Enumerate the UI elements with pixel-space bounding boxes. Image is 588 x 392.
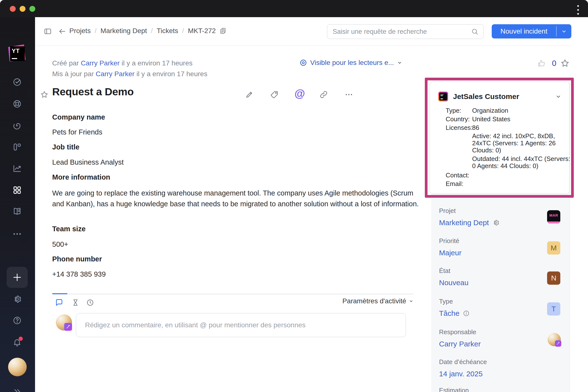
breadcrumb-projects[interactable]: Projets (69, 27, 91, 35)
new-incident-dropdown[interactable] (557, 24, 572, 38)
visibility-label: Visible pour les lecteurs e... (310, 59, 394, 67)
activity-settings-chevron-icon (409, 299, 414, 304)
project-avatar[interactable]: MAR (547, 210, 560, 224)
visibility-eye-icon (300, 59, 307, 67)
created-by-line: Créé par Carry Parker il y a environ 17 … (52, 59, 192, 67)
back-arrow-icon[interactable] (58, 27, 66, 36)
highlight-annotation: JetSales Customer Type:Organization Coun… (425, 78, 574, 198)
favorite-star-icon[interactable] (560, 58, 570, 68)
breadcrumb-tickets[interactable]: Tickets (157, 27, 178, 35)
updated-user-link[interactable]: Carry Parker (96, 70, 134, 78)
search-icon[interactable] (471, 28, 484, 35)
assignee-label: Responsable (439, 328, 542, 336)
customer-widget-collapse-icon[interactable] (555, 93, 562, 100)
customer-licenses-label: Licenses: (446, 124, 472, 132)
field-label: Phone number (52, 255, 102, 263)
due-date-label: Date d’échéance (439, 358, 542, 366)
assignee-app-badge-icon (555, 340, 561, 347)
estimation-field: Estimation (439, 386, 542, 392)
youtrack-logo[interactable]: YT (7, 43, 28, 64)
type-info-icon[interactable] (463, 310, 470, 317)
app-header: Projets / Marketing Dept / Tickets / MKT… (35, 17, 588, 46)
apps-icon[interactable] (12, 186, 22, 195)
helpdesk-icon[interactable] (12, 99, 22, 108)
youtrack-window: YT (0, 0, 588, 392)
create-button[interactable] (6, 267, 28, 288)
project-value[interactable]: Marketing Dept (439, 218, 489, 227)
priority-value[interactable]: Majeur (439, 249, 462, 257)
created-user-link[interactable]: Carry Parker (81, 59, 120, 67)
expand-sidebar-icon[interactable] (12, 387, 22, 392)
customer-licenses-value: 86 (472, 124, 479, 132)
customer-type-value: Organization (472, 106, 508, 115)
field-value: Pets for Friends (52, 128, 102, 136)
more-actions-icon[interactable] (344, 90, 353, 99)
agile-boards-icon[interactable] (12, 142, 22, 152)
tag-icon[interactable] (270, 90, 279, 99)
copy-id-icon[interactable] (219, 27, 226, 34)
customer-widget-title: JetSales Customer (453, 92, 519, 101)
title-star-icon[interactable] (40, 90, 49, 99)
ai-assistant-icon[interactable]: @ (294, 88, 305, 99)
customer-contact-label: Contact: (446, 171, 472, 180)
more-icon[interactable] (12, 229, 22, 239)
search-bar (327, 24, 484, 39)
jetbrains-logo-icon (438, 92, 448, 102)
issues-icon[interactable] (12, 78, 22, 87)
breadcrumb-marketing-dept[interactable]: Marketing Dept (100, 27, 147, 35)
issue-title: Request a Demo (52, 86, 134, 98)
help-icon[interactable] (12, 316, 22, 325)
project-field: Projet Marketing Dept (439, 207, 542, 227)
field-label: More information (52, 173, 110, 181)
state-field: État Nouveau (439, 267, 542, 287)
notifications-bell-icon[interactable] (12, 338, 22, 347)
comment-box (76, 313, 406, 337)
type-label: Type (439, 298, 542, 305)
nav-sidebar: YT (0, 17, 35, 392)
like-button[interactable] (537, 59, 546, 68)
due-date-value[interactable]: 14 janv. 2025 (439, 370, 483, 378)
zoom-window-button[interactable] (30, 6, 35, 12)
toggle-panel-icon[interactable] (44, 27, 52, 36)
field-value: 500+ (52, 240, 68, 248)
activity-spiral-icon[interactable] (12, 121, 22, 130)
field-value: Lead Business Analyst (52, 158, 124, 166)
settings-gear-icon[interactable] (12, 294, 22, 304)
likes-count: 0 (552, 59, 556, 68)
type-badge[interactable]: T (547, 302, 560, 316)
customer-details: Type:Organization Country:United States … (446, 106, 571, 188)
link-icon[interactable] (319, 90, 328, 99)
priority-badge[interactable]: M (547, 241, 560, 254)
state-value[interactable]: Nouveau (439, 278, 468, 287)
visibility-chevron-icon (397, 60, 402, 66)
activity-settings-dropdown[interactable]: Paramètres d'activité (333, 297, 414, 305)
new-incident-split-button: Nouvel incident (492, 24, 571, 38)
breadcrumb-issue-id[interactable]: MKT-272 (188, 27, 216, 35)
updated-by-line: Mis à jour par Carry Parker il y a envir… (52, 70, 207, 78)
notification-dot (18, 337, 23, 341)
history-hourglass-tab-icon[interactable] (72, 299, 80, 306)
window-titlebar (0, 0, 588, 17)
time-clock-tab-icon[interactable] (86, 299, 94, 306)
field-value-paragraph: We are going to replace the existing war… (52, 188, 419, 209)
reports-icon[interactable] (12, 164, 22, 173)
comments-tab-icon[interactable] (54, 298, 63, 307)
new-incident-button[interactable]: Nouvel incident (492, 24, 556, 38)
priority-field: Priorité Majeur (439, 237, 542, 257)
type-value[interactable]: Tâche (439, 309, 460, 318)
state-label: État (439, 267, 542, 275)
priority-label: Priorité (439, 237, 542, 245)
user-avatar[interactable] (8, 358, 27, 376)
search-input[interactable] (327, 28, 471, 36)
project-settings-gear-icon[interactable] (492, 219, 500, 226)
visibility-selector[interactable]: Visible pour les lecteurs e... (300, 59, 402, 67)
comment-input[interactable] (76, 321, 406, 329)
state-badge[interactable]: N (547, 272, 560, 285)
knowledge-base-icon[interactable] (12, 207, 22, 216)
edit-pencil-icon[interactable] (245, 90, 254, 99)
close-window-button[interactable] (10, 6, 16, 12)
project-label: Projet (439, 207, 542, 214)
browser-menu-icon[interactable] (577, 3, 579, 17)
minimize-window-button[interactable] (20, 6, 26, 12)
assignee-value[interactable]: Carry Parker (439, 340, 481, 348)
